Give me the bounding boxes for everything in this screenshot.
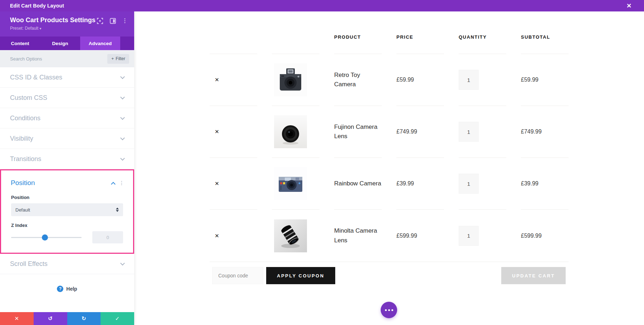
save-button[interactable]: ✓ [101,312,134,325]
preset-selector[interactable]: Preset: Default▾ [10,26,126,31]
position-select[interactable]: Default [11,203,123,216]
quantity-input[interactable] [459,70,479,90]
product-name-link[interactable]: Retro Toy Camera [334,71,382,89]
cart-table: PRODUCT PRICE QUANTITY SUBTOTAL ✕ Retro … [210,11,569,284]
section-scroll-effects[interactable]: Scroll Effects [0,254,134,274]
tab-content[interactable]: Content [0,37,40,50]
builder-more-options-button[interactable] [381,302,397,318]
ellipsis-dot [385,309,387,311]
product-subtotal: £599.99 [521,233,542,239]
header-product: PRODUCT [334,34,382,54]
zindex-input[interactable] [92,231,123,243]
section-label: Scroll Effects [10,260,48,268]
undo-button[interactable]: ↺ [34,312,67,325]
slider-handle[interactable] [42,234,48,241]
product-price: £749.99 [396,128,417,135]
product-image-rainbow-camera[interactable] [274,167,307,200]
table-row: ✕ Fujinon Camera Lens £749.99 £749.99 [210,106,569,158]
product-price: £59.99 [396,77,414,83]
chevron-down-icon [120,156,125,161]
product-subtotal: £39.99 [521,180,538,187]
section-label: CSS ID & Classes [10,74,62,81]
section-label: Conditions [10,115,40,122]
section-label: Visibility [10,135,33,142]
close-icon[interactable]: ✕ [622,0,636,11]
header-quantity: QUANTITY [459,34,506,54]
zindex-label: Z Index [11,223,123,228]
position-select-value: Default [15,207,30,213]
search-options-bar: + Filter [0,50,134,67]
remove-item-icon[interactable]: ✕ [210,233,219,239]
redo-button[interactable]: ↻ [67,312,101,325]
product-name-link[interactable]: Minolta Camera Lens [334,226,382,245]
product-name-link[interactable]: Fujinon Camera Lens [334,122,382,141]
filter-button[interactable]: + Filter [107,54,129,64]
product-image-fujinon-camera-lens[interactable] [274,115,307,148]
quantity-input[interactable] [459,174,479,194]
section-conditions[interactable]: Conditions [0,108,134,128]
chevron-down-icon [120,261,125,266]
table-row: ✕ Rainbow Camera £39.99 £39.99 [210,158,569,210]
cart-bottom-divider [210,262,569,262]
header-subtotal: SUBTOTAL [521,34,569,54]
product-image-retro-toy-camera[interactable] [274,63,307,96]
product-price: £599.99 [396,233,417,239]
help-icon: ? [57,286,63,292]
cart-actions-row: APPLY COUPON UPDATE CART [210,267,569,284]
cart-header-row: PRODUCT PRICE QUANTITY SUBTOTAL [210,34,569,54]
chevron-down-icon [120,74,125,79]
settings-panel: Woo Cart Products Settings Preset: Defau… [0,11,134,325]
discard-button[interactable]: ✕ [0,312,34,325]
chevron-down-icon [120,136,125,140]
chevron-down-icon [120,95,125,100]
tab-advanced[interactable]: Advanced [80,37,120,50]
chevron-up-icon [111,182,116,186]
help-label: Help [66,286,77,292]
search-options-input[interactable] [10,56,107,62]
zindex-slider[interactable] [11,234,82,241]
help-button[interactable]: ? Help [0,286,134,292]
position-section-header[interactable]: Position ⋮ [1,170,133,193]
header-remove-spacer [210,34,257,54]
chevron-down-icon [120,115,125,120]
product-subtotal: £749.99 [521,128,542,135]
cart-preview-area: PRODUCT PRICE QUANTITY SUBTOTAL ✕ Retro … [134,11,644,325]
settings-tabs: Content Design Advanced [0,37,134,50]
section-label: Transitions [10,155,41,163]
remove-item-icon[interactable]: ✕ [210,128,219,135]
select-stepper-icon [116,208,119,212]
product-subtotal: £59.99 [521,77,538,83]
page-title: Edit Cart Body Layout [0,3,64,9]
focus-view-icon[interactable] [96,17,103,24]
remove-item-icon[interactable]: ✕ [210,77,219,83]
panel-menu-kebab-icon[interactable]: ⋮ [122,18,128,24]
builder-top-bar: Edit Cart Body Layout ✕ [0,0,644,11]
position-section-title: Position [11,179,35,187]
table-row: ✕ Minolta Camera Lens £599.99 [210,210,569,262]
section-custom-css[interactable]: Custom CSS [0,88,134,108]
header-price: PRICE [396,34,444,54]
section-visibility[interactable]: Visibility [0,128,134,149]
position-section-highlighted: Position ⋮ Position Default Z Index [0,169,134,254]
section-label: Custom CSS [10,94,47,102]
section-transitions[interactable]: Transitions [0,149,134,169]
product-price: £39.99 [396,180,414,187]
coupon-code-input[interactable] [212,267,263,284]
position-options-kebab-icon[interactable]: ⋮ [119,180,124,185]
update-cart-button[interactable]: UPDATE CART [501,267,566,284]
panel-header: Woo Cart Products Settings Preset: Defau… [0,11,134,37]
product-image-minolta-camera-lens[interactable] [274,219,307,252]
ellipsis-dot [391,309,393,311]
quantity-input[interactable] [459,122,479,142]
quantity-input[interactable] [459,226,479,246]
header-image-spacer [272,34,319,54]
apply-coupon-button[interactable]: APPLY COUPON [266,267,335,284]
product-name-link[interactable]: Rainbow Camera [334,179,381,188]
preset-label: Preset: Default [10,26,38,31]
caret-down-icon: ▾ [39,26,41,30]
section-css-id-classes[interactable]: CSS ID & Classes [0,67,134,88]
split-view-icon[interactable] [109,17,116,24]
panel-action-bar: ✕ ↺ ↻ ✓ [0,312,134,325]
tab-design[interactable]: Design [40,37,80,50]
remove-item-icon[interactable]: ✕ [210,180,219,187]
